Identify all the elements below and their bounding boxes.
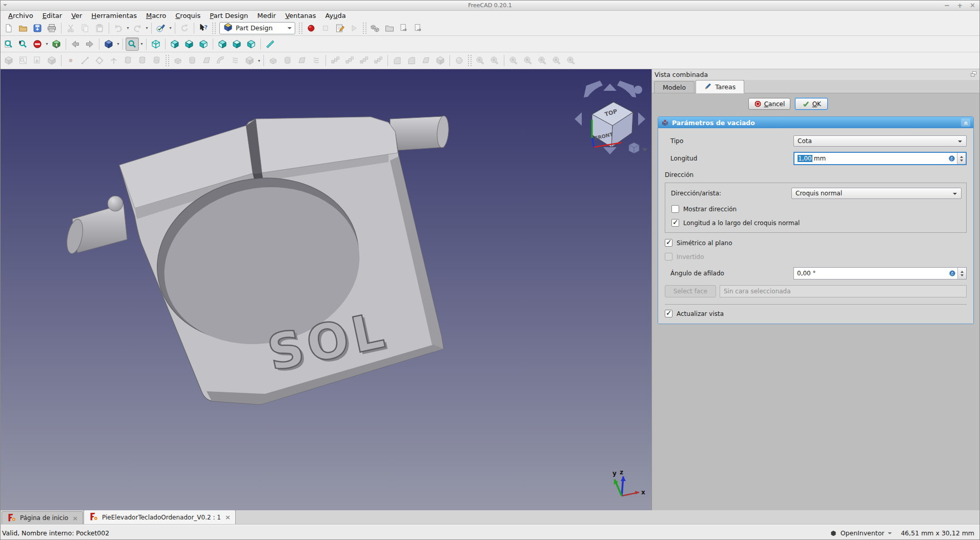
angulo-input[interactable]: 0,00 ° bbox=[793, 267, 967, 279]
zoom-tool-button[interactable] bbox=[126, 37, 139, 51]
actualizar-vista-checkbox[interactable] bbox=[665, 310, 672, 317]
edit-mode-button[interactable] bbox=[154, 22, 168, 35]
zoom-fit-selection-button[interactable] bbox=[16, 37, 30, 51]
tipo-combobox[interactable]: Cota bbox=[793, 135, 967, 147]
macro-edit-button[interactable] bbox=[333, 22, 346, 35]
tab-tareas[interactable]: Tareas bbox=[696, 80, 744, 93]
additive-primitive-button[interactable] bbox=[243, 54, 256, 67]
direccion-arista-combobox[interactable]: Croquis normal bbox=[791, 188, 962, 199]
local-coordinate-system-button[interactable] bbox=[107, 54, 120, 67]
measure-toggle-delta-button[interactable] bbox=[564, 54, 578, 67]
measure-clear-button[interactable] bbox=[521, 54, 535, 67]
toolbar-handle[interactable] bbox=[468, 55, 472, 66]
view-home-button[interactable] bbox=[102, 37, 115, 51]
create-body-button[interactable] bbox=[2, 54, 15, 67]
menu-ventanas[interactable]: Ventanas bbox=[280, 11, 320, 20]
cancel-button[interactable]: Cancel bbox=[748, 98, 791, 110]
fillet-button[interactable] bbox=[391, 54, 404, 67]
paste-button[interactable] bbox=[93, 22, 106, 35]
edit-sketch-button[interactable] bbox=[31, 54, 44, 67]
measure-angular-button[interactable] bbox=[488, 54, 501, 67]
view-front-button[interactable] bbox=[168, 37, 181, 51]
hole-button[interactable] bbox=[281, 54, 294, 67]
undo-dropdown-arrow[interactable]: ▾ bbox=[126, 22, 130, 35]
measure-toggle-all-button[interactable] bbox=[536, 54, 549, 67]
measure-linear-button[interactable] bbox=[474, 54, 487, 67]
additive-loft-button[interactable] bbox=[200, 54, 213, 67]
menu-editar[interactable]: Editar bbox=[38, 11, 67, 20]
toolbar-handle[interactable] bbox=[166, 55, 169, 66]
tab-modelo[interactable]: Modelo bbox=[654, 81, 695, 93]
revolution-button[interactable] bbox=[186, 54, 199, 67]
invertido-checkbox[interactable] bbox=[665, 253, 672, 261]
mirrored-button[interactable] bbox=[329, 54, 342, 67]
view-rear-button[interactable] bbox=[216, 37, 229, 51]
menu-herramientas[interactable]: Herramientas bbox=[87, 11, 141, 20]
datum-point-button[interactable] bbox=[64, 54, 77, 67]
navigation-cube[interactable]: TOP FRONT bbox=[571, 81, 648, 157]
expression-icon[interactable] bbox=[948, 155, 955, 162]
simetrico-checkbox[interactable] bbox=[665, 239, 672, 247]
menu-croquis[interactable]: Croquis bbox=[171, 11, 205, 20]
longitud-croquis-checkbox[interactable] bbox=[671, 219, 679, 227]
workbench-selector[interactable]: Part Design bbox=[219, 22, 295, 34]
toolbar-handle[interactable] bbox=[363, 23, 366, 34]
select-face-button[interactable]: Select face bbox=[665, 285, 716, 297]
document-tab-0[interactable]: Página de inicio× bbox=[2, 511, 83, 524]
menu-medir[interactable]: Medir bbox=[253, 11, 280, 20]
view-axonometric-button[interactable] bbox=[149, 37, 162, 51]
measure-distance-button[interactable] bbox=[263, 37, 277, 51]
menu-ayuda[interactable]: Ayuda bbox=[321, 11, 351, 20]
clone-button[interactable] bbox=[150, 54, 164, 67]
additive-primitive-dropdown-arrow[interactable]: ▾ bbox=[257, 54, 261, 67]
view-left-button[interactable] bbox=[244, 37, 258, 51]
undo-button[interactable] bbox=[112, 22, 125, 35]
linear-pattern-button[interactable] bbox=[343, 54, 356, 67]
toolbar-handle[interactable] bbox=[299, 23, 302, 34]
navcube-menu-arrow[interactable] bbox=[642, 148, 647, 152]
whats-this-button[interactable]: ? bbox=[197, 22, 210, 35]
polar-pattern-button[interactable] bbox=[357, 54, 371, 67]
copy-button[interactable] bbox=[78, 22, 92, 35]
pocket-button[interactable] bbox=[267, 54, 280, 67]
groove-button[interactable] bbox=[295, 54, 309, 67]
draw-style-dropdown-arrow[interactable]: ▾ bbox=[45, 37, 49, 51]
print-document-button[interactable] bbox=[45, 22, 58, 35]
draft-button[interactable] bbox=[419, 54, 433, 67]
3d-viewport[interactable]: SOL SOL TOP FRONT bbox=[1, 69, 651, 510]
minimize-button[interactable]: − bbox=[944, 1, 950, 11]
nav-back-button[interactable] bbox=[69, 37, 82, 51]
additive-pipe-button[interactable] bbox=[214, 54, 228, 67]
make-group-button[interactable] bbox=[383, 22, 396, 35]
save-document-button[interactable] bbox=[31, 22, 44, 35]
zoom-tool-dropdown-arrow[interactable]: ▾ bbox=[139, 37, 144, 51]
collapse-chevron-icon[interactable] bbox=[961, 118, 970, 127]
longitud-input[interactable]: 1,00 mm bbox=[793, 152, 967, 165]
import-links-button[interactable] bbox=[412, 22, 425, 35]
view-bottom-button[interactable] bbox=[230, 37, 243, 51]
macro-record-button[interactable] bbox=[304, 22, 318, 35]
cut-button[interactable] bbox=[64, 22, 77, 35]
shape-binder-button[interactable] bbox=[121, 54, 135, 67]
nav-forward-button[interactable] bbox=[83, 37, 96, 51]
make-link-relative-button[interactable] bbox=[397, 22, 411, 35]
draw-style-button[interactable] bbox=[31, 37, 44, 51]
expression-icon[interactable] bbox=[949, 270, 956, 277]
longitud-spinner[interactable] bbox=[957, 153, 966, 164]
menu-archivo[interactable]: Archivo bbox=[4, 11, 38, 20]
measure-refresh-button[interactable] bbox=[507, 54, 520, 67]
view-home-dropdown-arrow[interactable]: ▾ bbox=[116, 37, 120, 51]
menu-part-design[interactable]: Part Design bbox=[205, 11, 253, 20]
create-sketch-button[interactable] bbox=[16, 54, 30, 67]
redo-button[interactable] bbox=[131, 22, 144, 35]
new-document-button[interactable] bbox=[2, 22, 15, 35]
datum-plane-button[interactable] bbox=[93, 54, 106, 67]
menu-macro[interactable]: Macro bbox=[141, 11, 171, 20]
close-tab-icon[interactable]: × bbox=[72, 514, 78, 522]
macro-play-button[interactable] bbox=[348, 22, 361, 35]
validate-sketch-button[interactable] bbox=[45, 54, 58, 67]
subtractive-helix-button[interactable] bbox=[310, 54, 323, 67]
macro-stop-button[interactable] bbox=[319, 22, 332, 35]
select-elements-button[interactable] bbox=[50, 37, 63, 51]
thickness-button[interactable] bbox=[434, 54, 447, 67]
